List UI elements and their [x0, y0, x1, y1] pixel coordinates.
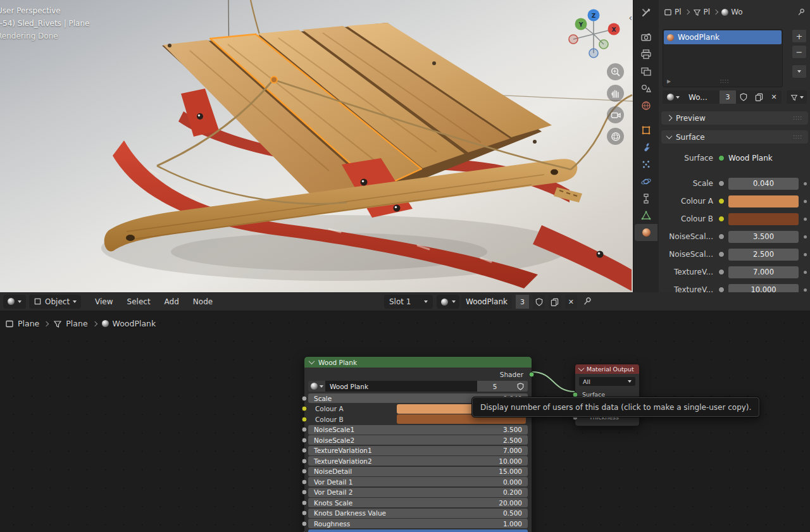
- fake-user-button[interactable]: [736, 90, 751, 104]
- pin-icon[interactable]: [797, 8, 806, 16]
- new-material-button[interactable]: [751, 90, 766, 104]
- tab-material[interactable]: [635, 224, 657, 241]
- tab-particles[interactable]: [635, 156, 657, 173]
- expand-icon[interactable]: ▸: [667, 77, 671, 85]
- fake-user-button[interactable]: [513, 381, 528, 392]
- filter-button[interactable]: [787, 90, 807, 104]
- input-socket[interactable]: [302, 521, 308, 526]
- tab-tool[interactable]: [635, 4, 657, 21]
- crumb-object[interactable]: Pl: [675, 8, 682, 16]
- scale-value-field[interactable]: 0.040: [728, 178, 799, 190]
- axis-x-label[interactable]: X: [612, 27, 616, 33]
- editor-type-button[interactable]: [3, 295, 26, 309]
- navigation-gizmo[interactable]: Z Y X: [566, 5, 621, 63]
- material-name-field[interactable]: WoodPlank: [461, 295, 512, 309]
- material-slot-list[interactable]: WoodPlank ▸ ::::: [663, 29, 783, 87]
- sidebar-collapse-arrow[interactable]: ‹: [628, 13, 632, 23]
- decorator-dot[interactable]: [804, 271, 807, 274]
- node-editor-canvas[interactable]: Plane Plane WoodPlank Wood Plank Shader: [0, 311, 810, 532]
- pin-icon[interactable]: [582, 296, 592, 306]
- input-socket[interactable]: [302, 427, 308, 433]
- tab-object[interactable]: [635, 121, 657, 139]
- input-socket[interactable]: [302, 437, 308, 443]
- input-socket[interactable]: [302, 490, 308, 495]
- pan-tool-button[interactable]: [607, 85, 624, 102]
- preview-panel-header[interactable]: Preview ::::: [661, 111, 808, 125]
- viewport-3d[interactable]: User Perspective (-54) Sled_Rivets | Pla…: [0, 0, 633, 292]
- noisescale2-field[interactable]: 2.500: [728, 249, 799, 261]
- noisedetail-slider[interactable]: NoiseDetail15.000: [308, 467, 528, 476]
- tab-modifiers[interactable]: [635, 139, 657, 156]
- node-wood-plank-group[interactable]: Wood Plank Shader Wood Plank 5 Scale0.04…: [304, 356, 532, 532]
- clipped-slider[interactable]: [308, 529, 528, 532]
- input-socket[interactable]: [302, 479, 308, 485]
- panel-grip[interactable]: ::::: [793, 134, 802, 140]
- tab-output[interactable]: [635, 46, 657, 63]
- vor-detail-2-slider[interactable]: Vor Detail 20.200: [308, 488, 528, 497]
- material-name-field[interactable]: Wo...: [684, 90, 720, 104]
- noisescale1-slider[interactable]: NoiseScale13.500: [308, 425, 528, 435]
- remove-slot-button[interactable]: −: [792, 45, 807, 59]
- shader-mode-dropdown[interactable]: Object: [29, 295, 81, 309]
- texturevariation1-slider[interactable]: TextureVariation17.000: [308, 446, 528, 455]
- tab-world[interactable]: [635, 97, 657, 114]
- surface-shader-value[interactable]: Wood Plank: [728, 154, 773, 163]
- color-input-socket[interactable]: [302, 416, 308, 422]
- knots-darkness-slider[interactable]: Knots Darkness Value0.500: [308, 509, 528, 518]
- new-material-button[interactable]: [549, 295, 561, 309]
- surface-panel-header[interactable]: Surface ::::: [661, 130, 808, 144]
- unlink-material-button[interactable]: ✕: [565, 295, 577, 309]
- tab-constraints[interactable]: [635, 190, 657, 207]
- tab-render[interactable]: [635, 28, 657, 46]
- input-socket[interactable]: [302, 395, 308, 401]
- browse-group-button[interactable]: [308, 381, 325, 392]
- colour-a-swatch[interactable]: [728, 195, 799, 207]
- material-users-count[interactable]: 3: [516, 295, 529, 309]
- tab-scene[interactable]: [635, 80, 657, 97]
- tab-object-data[interactable]: [635, 207, 657, 224]
- input-socket[interactable]: [302, 500, 308, 505]
- colour-b-swatch[interactable]: [728, 213, 799, 225]
- camera-view-button[interactable]: [607, 106, 624, 123]
- knots-scale-slider[interactable]: Knots Scale20.000: [308, 498, 528, 507]
- noisescale1-field[interactable]: 3.500: [728, 231, 799, 243]
- decorator-dot[interactable]: [804, 288, 807, 292]
- group-users-count[interactable]: 5: [477, 381, 513, 392]
- panel-grip[interactable]: ::::: [793, 115, 802, 121]
- unlink-material-button[interactable]: ✕: [766, 90, 782, 104]
- group-name-field[interactable]: Wood Plank: [325, 381, 477, 392]
- texturevariation2-slider[interactable]: TextureVariation210.000: [308, 456, 528, 466]
- menu-view[interactable]: View: [95, 297, 113, 306]
- browse-material-button[interactable]: [663, 90, 684, 104]
- menu-node[interactable]: Node: [193, 297, 213, 306]
- slot-specials-button[interactable]: [792, 65, 807, 78]
- input-socket[interactable]: [302, 458, 308, 464]
- slot-dropdown[interactable]: Slot 1: [384, 295, 433, 309]
- node-group-header[interactable]: Wood Plank: [304, 357, 532, 368]
- crumb-data[interactable]: Pl: [704, 8, 711, 16]
- shader-output-socket[interactable]: [529, 371, 535, 377]
- material-slot-selected[interactable]: WoodPlank: [664, 30, 782, 44]
- input-socket[interactable]: [302, 510, 308, 516]
- output-target-dropdown[interactable]: All: [579, 377, 635, 386]
- input-socket[interactable]: [302, 469, 308, 474]
- decorator-dot[interactable]: [804, 182, 807, 185]
- fake-user-button[interactable]: [533, 295, 545, 309]
- zoom-tool-button[interactable]: [607, 63, 624, 80]
- material-output-header[interactable]: Material Output: [575, 364, 639, 374]
- menu-add[interactable]: Add: [165, 297, 179, 306]
- rendered-sled-scene[interactable]: [0, 0, 633, 292]
- grid-view-button[interactable]: [607, 128, 624, 145]
- input-socket[interactable]: [302, 448, 308, 454]
- add-slot-button[interactable]: +: [792, 29, 807, 43]
- tab-view-layer[interactable]: [635, 63, 657, 80]
- decorator-dot[interactable]: [804, 218, 807, 221]
- decorator-dot[interactable]: [804, 235, 807, 238]
- material-users-count[interactable]: 3: [720, 90, 736, 104]
- tab-physics[interactable]: [635, 173, 657, 190]
- vor-detail-1-slider[interactable]: Vor Detail 10.000: [308, 477, 528, 486]
- color-input-socket[interactable]: [302, 406, 308, 412]
- browse-material-dropdown[interactable]: [437, 295, 459, 309]
- decorator-dot[interactable]: [804, 200, 807, 203]
- decorator-dot[interactable]: [804, 253, 807, 256]
